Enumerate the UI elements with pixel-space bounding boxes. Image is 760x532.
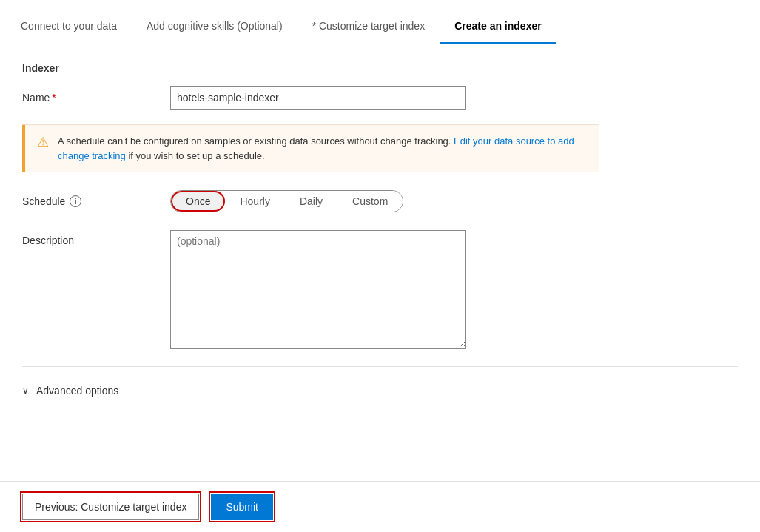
description-row: Description xyxy=(22,230,738,349)
schedule-custom[interactable]: Custom xyxy=(337,191,403,212)
advanced-options-row[interactable]: ∨ Advanced options xyxy=(22,379,738,403)
description-textarea[interactable] xyxy=(170,230,466,349)
name-label: Name* xyxy=(22,92,170,104)
tab-cognitive[interactable]: Add cognitive skills (Optional) xyxy=(132,0,297,44)
tab-customize[interactable]: * Customize target index xyxy=(297,0,440,44)
name-input[interactable] xyxy=(170,86,466,110)
tab-connect[interactable]: Connect to your data xyxy=(18,0,132,44)
schedule-hourly[interactable]: Hourly xyxy=(225,191,284,212)
advanced-options-label: Advanced options xyxy=(36,385,118,397)
name-row: Name* xyxy=(22,86,738,110)
submit-button[interactable]: Submit xyxy=(211,494,273,520)
warning-link[interactable]: Edit your data source to add change trac… xyxy=(58,135,574,161)
schedule-label: Schedule i xyxy=(22,195,170,207)
schedule-options-group: Once Hourly Daily Custom xyxy=(170,190,403,212)
tab-create-indexer[interactable]: Create an indexer xyxy=(440,0,556,44)
warning-banner: ⚠ A schedule can't be configured on samp… xyxy=(22,124,599,172)
required-indicator: * xyxy=(52,92,56,104)
warning-icon: ⚠ xyxy=(37,134,49,150)
schedule-once[interactable]: Once xyxy=(171,191,225,212)
section-title: Indexer xyxy=(22,62,738,74)
page-container: Connect to your data Add cognitive skill… xyxy=(0,0,760,532)
warning-text: A schedule can't be configured on sample… xyxy=(58,134,587,163)
schedule-label-text: Schedule xyxy=(22,195,65,207)
chevron-down-icon: ∨ xyxy=(22,385,29,396)
divider xyxy=(22,366,738,367)
main-content: Indexer Name* ⚠ A schedule can't be conf… xyxy=(0,44,760,481)
back-button[interactable]: Previous: Customize target index xyxy=(22,494,199,520)
footer: Previous: Customize target index Submit xyxy=(0,481,760,532)
name-label-text: Name xyxy=(22,92,50,104)
tab-navigation: Connect to your data Add cognitive skill… xyxy=(0,0,760,44)
schedule-daily[interactable]: Daily xyxy=(285,191,337,212)
schedule-row: Schedule i Once Hourly Daily Custom xyxy=(22,190,738,212)
schedule-info-icon[interactable]: i xyxy=(70,195,81,207)
description-label: Description xyxy=(22,230,170,246)
